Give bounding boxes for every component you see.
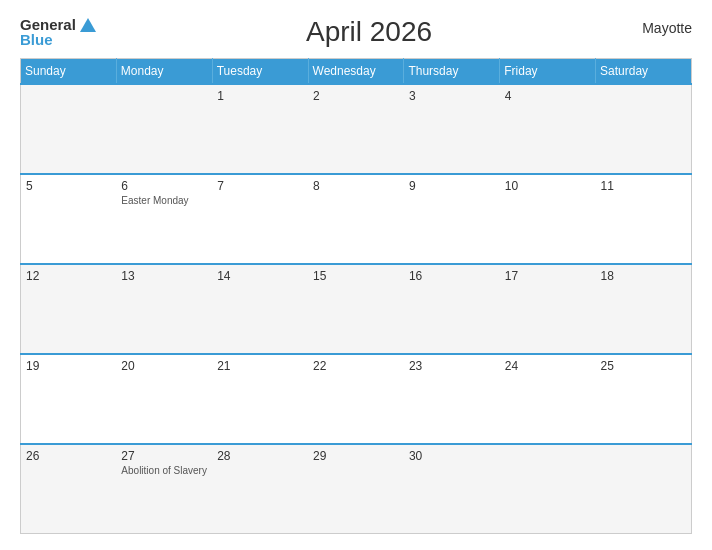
day-number: 4 (505, 89, 591, 103)
calendar-cell: 14 (212, 264, 308, 354)
logo-blue-text: Blue (20, 32, 96, 47)
calendar-cell: 17 (500, 264, 596, 354)
calendar-cell: 21 (212, 354, 308, 444)
day-number: 19 (26, 359, 111, 373)
calendar-cell (500, 444, 596, 534)
calendar-cell: 25 (596, 354, 692, 444)
calendar-cell: 22 (308, 354, 404, 444)
calendar-cell: 10 (500, 174, 596, 264)
week-row-2: 12131415161718 (21, 264, 692, 354)
calendar-cell: 26 (21, 444, 117, 534)
calendar-header: SundayMondayTuesdayWednesdayThursdayFrid… (21, 59, 692, 85)
day-number: 14 (217, 269, 303, 283)
day-number: 17 (505, 269, 591, 283)
calendar-cell (596, 444, 692, 534)
calendar-cell: 24 (500, 354, 596, 444)
calendar-cell: 18 (596, 264, 692, 354)
calendar-table: SundayMondayTuesdayWednesdayThursdayFrid… (20, 58, 692, 534)
day-number: 24 (505, 359, 591, 373)
day-number: 20 (121, 359, 207, 373)
calendar-title: April 2026 (96, 16, 642, 48)
calendar-cell: 29 (308, 444, 404, 534)
calendar-cell: 11 (596, 174, 692, 264)
calendar-cell (116, 84, 212, 174)
holiday-name: Easter Monday (121, 195, 207, 206)
day-number: 6 (121, 179, 207, 193)
day-header-sunday: Sunday (21, 59, 117, 85)
day-number: 21 (217, 359, 303, 373)
calendar-cell: 1 (212, 84, 308, 174)
week-row-4: 2627Abolition of Slavery282930 (21, 444, 692, 534)
day-number: 15 (313, 269, 399, 283)
calendar-cell: 23 (404, 354, 500, 444)
day-header-tuesday: Tuesday (212, 59, 308, 85)
calendar-cell: 27Abolition of Slavery (116, 444, 212, 534)
calendar-cell (596, 84, 692, 174)
day-number: 18 (601, 269, 686, 283)
day-number: 12 (26, 269, 111, 283)
logo: General Blue (20, 17, 96, 47)
day-number: 10 (505, 179, 591, 193)
calendar-cell: 28 (212, 444, 308, 534)
day-header-thursday: Thursday (404, 59, 500, 85)
calendar-cell: 16 (404, 264, 500, 354)
calendar-cell: 8 (308, 174, 404, 264)
calendar-cell: 15 (308, 264, 404, 354)
day-header-monday: Monday (116, 59, 212, 85)
day-number: 8 (313, 179, 399, 193)
calendar-cell: 3 (404, 84, 500, 174)
day-number: 29 (313, 449, 399, 463)
day-number: 22 (313, 359, 399, 373)
calendar-cell: 19 (21, 354, 117, 444)
day-number: 13 (121, 269, 207, 283)
calendar-cell: 13 (116, 264, 212, 354)
day-number: 26 (26, 449, 111, 463)
calendar-cell: 9 (404, 174, 500, 264)
calendar-cell: 12 (21, 264, 117, 354)
calendar-cell: 30 (404, 444, 500, 534)
day-header-wednesday: Wednesday (308, 59, 404, 85)
day-number: 7 (217, 179, 303, 193)
calendar-body: 123456Easter Monday789101112131415161718… (21, 84, 692, 534)
day-number: 9 (409, 179, 495, 193)
day-number: 23 (409, 359, 495, 373)
region-label: Mayotte (642, 20, 692, 36)
week-row-1: 56Easter Monday7891011 (21, 174, 692, 264)
day-number: 27 (121, 449, 207, 463)
day-number: 11 (601, 179, 686, 193)
calendar-cell (21, 84, 117, 174)
logo-general-text: General (20, 17, 76, 32)
page-header: General Blue April 2026 Mayotte (20, 16, 692, 48)
calendar-cell: 5 (21, 174, 117, 264)
calendar-cell: 6Easter Monday (116, 174, 212, 264)
day-number: 30 (409, 449, 495, 463)
day-header-saturday: Saturday (596, 59, 692, 85)
day-number: 2 (313, 89, 399, 103)
calendar-cell: 4 (500, 84, 596, 174)
day-number: 16 (409, 269, 495, 283)
logo-triangle-icon (80, 18, 96, 32)
calendar-cell: 7 (212, 174, 308, 264)
day-number: 25 (601, 359, 686, 373)
day-number: 3 (409, 89, 495, 103)
calendar-cell: 20 (116, 354, 212, 444)
days-of-week-row: SundayMondayTuesdayWednesdayThursdayFrid… (21, 59, 692, 85)
week-row-3: 19202122232425 (21, 354, 692, 444)
day-number: 5 (26, 179, 111, 193)
calendar-cell: 2 (308, 84, 404, 174)
day-number: 1 (217, 89, 303, 103)
week-row-0: 1234 (21, 84, 692, 174)
day-header-friday: Friday (500, 59, 596, 85)
holiday-name: Abolition of Slavery (121, 465, 207, 476)
day-number: 28 (217, 449, 303, 463)
